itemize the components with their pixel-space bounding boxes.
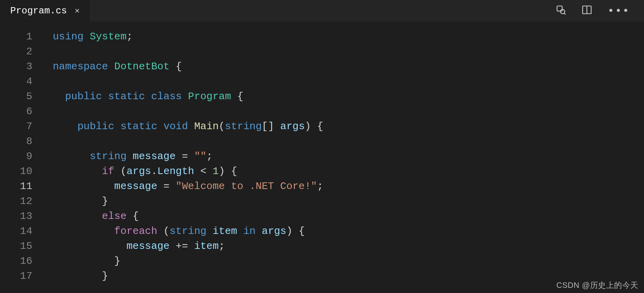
- tab-program-cs[interactable]: Program.cs ✕: [0, 0, 90, 22]
- code-line[interactable]: [43, 134, 644, 149]
- code-line[interactable]: using System;: [43, 29, 644, 44]
- code-line[interactable]: namespace DotnetBot {: [43, 59, 644, 74]
- line-number: 8: [0, 134, 32, 149]
- watermark-text: CSDN @历史上的今天: [556, 280, 638, 291]
- split-editor-icon[interactable]: [582, 5, 592, 17]
- line-number-gutter: 1234567891011121314151617: [0, 29, 43, 293]
- line-number: 9: [0, 149, 32, 164]
- line-number: 1: [0, 29, 32, 44]
- editor-actions: •••: [556, 0, 644, 22]
- line-number: 17: [0, 269, 32, 284]
- code-line[interactable]: }: [43, 269, 644, 284]
- line-number: 11: [0, 179, 32, 194]
- tab-filename: Program.cs: [10, 6, 67, 16]
- line-number: 15: [0, 239, 32, 254]
- code-line[interactable]: else {: [43, 209, 644, 224]
- code-line[interactable]: message = "Welcome to .NET Core!";: [43, 179, 644, 194]
- line-number: 14: [0, 224, 32, 239]
- line-number: 5: [0, 89, 32, 104]
- code-line[interactable]: message += item;: [43, 239, 644, 254]
- svg-rect-0: [557, 6, 562, 11]
- code-line[interactable]: }: [43, 194, 644, 209]
- line-number: 13: [0, 209, 32, 224]
- line-number: 2: [0, 44, 32, 59]
- find-icon[interactable]: [556, 5, 566, 17]
- line-number: 6: [0, 104, 32, 119]
- code-line[interactable]: [43, 104, 644, 119]
- line-number: 10: [0, 164, 32, 179]
- code-line[interactable]: if (args.Length < 1) {: [43, 164, 644, 179]
- tab-bar: Program.cs ✕ •••: [0, 0, 644, 22]
- code-line[interactable]: [43, 74, 644, 89]
- code-content[interactable]: using System; namespace DotnetBot { publ…: [43, 29, 644, 293]
- code-line[interactable]: public static void Main(string[] args) {: [43, 119, 644, 134]
- line-number: 7: [0, 119, 32, 134]
- close-icon[interactable]: ✕: [75, 7, 80, 15]
- svg-line-2: [564, 13, 565, 15]
- line-number: 12: [0, 194, 32, 209]
- line-number: 16: [0, 254, 32, 269]
- code-line[interactable]: [43, 44, 644, 59]
- code-editor[interactable]: 1234567891011121314151617 using System; …: [0, 22, 644, 293]
- line-number: 3: [0, 59, 32, 74]
- line-number: 4: [0, 74, 32, 89]
- code-line[interactable]: foreach (string item in args) {: [43, 224, 644, 239]
- code-line[interactable]: }: [43, 254, 644, 269]
- code-line[interactable]: public static class Program {: [43, 89, 644, 104]
- code-line[interactable]: string message = "";: [43, 149, 644, 164]
